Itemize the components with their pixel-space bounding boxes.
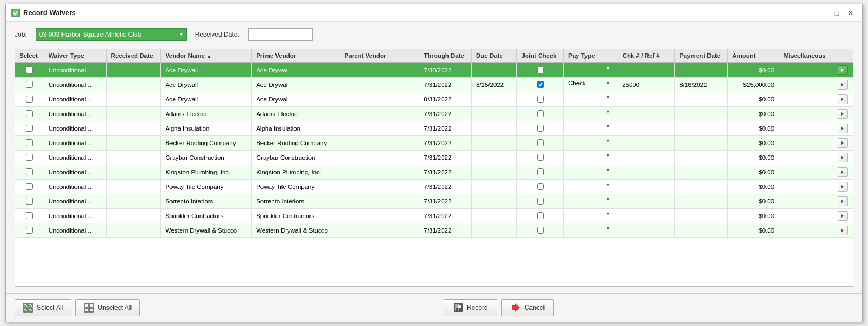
row-joint-check[interactable] [537,110,544,117]
pay-type-dropdown-arrow[interactable]: ▼ [605,226,610,231]
row-nav-icon[interactable] [838,109,848,119]
row-due-date [471,107,516,121]
row-miscellaneous [779,194,833,209]
minimize-button[interactable]: − [817,7,829,19]
row-nav-icon[interactable] [838,226,848,235]
row-joint-check[interactable] [537,212,544,219]
row-nav-icon[interactable] [838,182,848,192]
row-nav-icon[interactable] [838,65,848,75]
row-joint-check[interactable] [537,66,544,73]
row-select-cell [15,136,44,151]
pay-type-dropdown-arrow[interactable]: ▼ [605,153,610,158]
pay-type-dropdown-arrow[interactable]: ▼ [605,94,610,100]
row-pay-type-cell: ▼ [564,92,615,102]
job-dropdown[interactable]: 03-003 Harbor Square Athletic Club [36,28,187,41]
row-prime-vendor: Kingston Plumbing, Inc. [252,165,340,180]
pay-type-dropdown-arrow[interactable]: ▼ [605,196,610,202]
row-payment-date [675,223,728,238]
pay-type-dropdown-arrow[interactable]: ▼ [605,65,610,71]
table-row[interactable]: Unconditional ...Poway Tile CompanyPoway… [15,180,853,194]
row-chk-ref [618,180,674,194]
row-prime-vendor: Ace Drywall [252,63,340,78]
row-vendor-name: Ace Drywall [161,63,252,78]
table-row[interactable]: Unconditional ...Graybar ConstructionGra… [15,151,853,165]
row-vendor-name: Western Drywall & Stucco [161,223,252,238]
window-controls: − □ ✕ [817,7,857,19]
table-row[interactable]: Unconditional ...Alpha InsulationAlpha I… [15,121,853,136]
row-checkbox[interactable] [26,227,33,234]
row-checkbox[interactable] [26,198,33,205]
row-received-date [106,223,161,238]
table-row[interactable]: Unconditional ...Adams ElectricAdams Ele… [15,107,853,121]
maximize-button[interactable]: □ [831,7,843,19]
record-button[interactable]: Record [444,299,497,316]
row-due-date [471,165,516,180]
row-nav-icon[interactable] [838,80,848,90]
table-row[interactable]: Unconditional ...Kingston Plumbing, Inc.… [15,165,853,180]
row-due-date [471,180,516,194]
row-waiver-type: Unconditional ... [44,165,106,180]
row-joint-check[interactable] [537,183,544,190]
row-joint-check[interactable] [537,139,544,146]
row-checkbox[interactable] [26,110,33,117]
pay-type-dropdown-arrow[interactable]: ▼ [605,211,610,216]
pay-type-dropdown-arrow[interactable]: ▼ [605,80,610,86]
row-through-date: 7/31/2022 [419,136,472,151]
row-due-date: 8/15/2022 [471,78,516,92]
row-nav-icon[interactable] [838,124,848,133]
row-waiver-type: Unconditional ... [44,63,106,78]
received-date-input[interactable] [248,28,313,41]
row-checkbox[interactable] [26,154,33,161]
pay-type-dropdown-arrow[interactable]: ▼ [605,138,610,144]
row-checkbox[interactable] [26,81,33,88]
row-joint-check-cell [517,180,564,194]
pay-type-dropdown-arrow[interactable]: ▼ [605,167,610,173]
table-row[interactable]: Unconditional ...Ace DrywallAce Drywall8… [15,92,853,107]
close-button[interactable]: ✕ [845,7,857,19]
row-nav-icon[interactable] [838,167,848,177]
unselect-all-button[interactable]: Unselect All [75,299,140,316]
row-joint-check-cell [517,151,564,165]
select-all-label: Select All [37,304,63,311]
row-nav-icon[interactable] [838,211,848,221]
table-row[interactable]: Unconditional ...Sorrento InteriorsSorre… [15,194,853,209]
table-row[interactable]: Unconditional ...Becker Roofing CompanyB… [15,136,853,151]
pay-type-dropdown-arrow[interactable]: ▼ [605,124,610,129]
row-joint-check[interactable] [537,125,544,132]
row-payment-date [675,194,728,209]
row-joint-check[interactable] [537,198,544,205]
row-nav-icon[interactable] [838,153,848,162]
row-checkbox[interactable] [26,66,33,73]
pay-type-dropdown-arrow[interactable]: ▼ [605,109,610,114]
row-nav-icon[interactable] [838,196,848,206]
table-row[interactable]: Unconditional ...Ace DrywallAce Drywall7… [15,63,853,78]
table-row[interactable]: Unconditional ...Ace DrywallAce Drywall7… [15,78,853,92]
row-nav-icon[interactable] [838,94,848,104]
pay-type-dropdown-arrow[interactable]: ▼ [605,182,610,187]
select-all-button[interactable]: Select All [15,299,71,316]
row-checkbox[interactable] [26,168,33,175]
row-waiver-type: Unconditional ... [44,107,106,121]
table-row[interactable]: Unconditional ...Sprinkler ContractorsSp… [15,209,853,223]
col-header-joint-check: Joint Check [517,49,564,63]
row-checkbox[interactable] [26,183,33,190]
row-amount: $0.00 [728,136,779,151]
row-payment-date [675,151,728,165]
row-received-date [106,107,161,121]
row-joint-check[interactable] [537,96,544,103]
row-received-date [106,136,161,151]
row-nav-cell [833,180,853,194]
row-joint-check[interactable] [537,154,544,161]
row-joint-check[interactable] [537,81,544,88]
row-joint-check[interactable] [537,168,544,175]
row-nav-icon[interactable] [838,138,848,148]
row-waiver-type: Unconditional ... [44,78,106,92]
footer-center: Record Cancel [144,299,853,316]
row-checkbox[interactable] [26,125,33,132]
row-joint-check[interactable] [537,227,544,234]
row-checkbox[interactable] [26,212,33,219]
row-checkbox[interactable] [26,139,33,146]
row-checkbox[interactable] [26,96,33,103]
cancel-button[interactable]: Cancel [501,299,554,316]
table-row[interactable]: Unconditional ...Western Drywall & Stucc… [15,223,853,238]
